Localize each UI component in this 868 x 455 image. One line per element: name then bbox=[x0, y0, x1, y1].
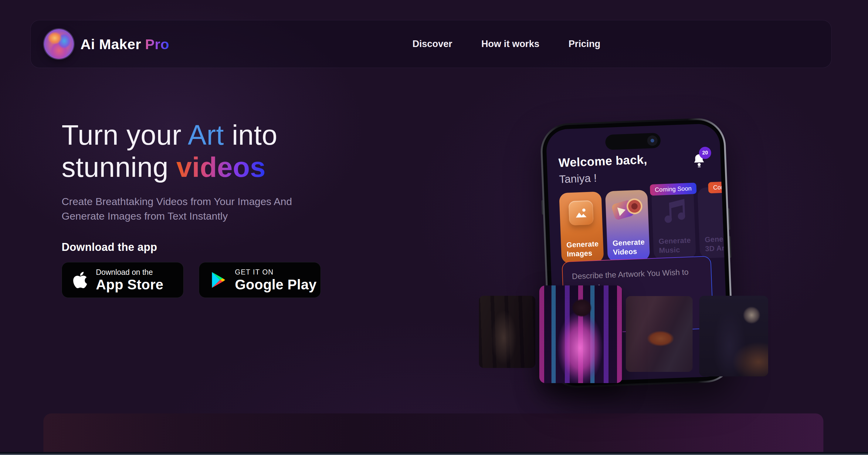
gallery-dim-overlay bbox=[479, 296, 535, 368]
app-store-tagline: Download on the bbox=[96, 267, 163, 277]
coming-soon-badge: Coming Soon bbox=[708, 181, 729, 194]
app-store-name: App Store bbox=[96, 277, 163, 292]
brand-name-accent: Pro bbox=[145, 36, 169, 53]
feature-card-label: Generate Videos bbox=[613, 237, 645, 257]
hero-subtitle-line2: Generate Images from Text Instantly bbox=[62, 209, 426, 223]
store-buttons-row: Download on the App Store GET IT ON Goog… bbox=[62, 262, 426, 298]
google-play-icon bbox=[209, 271, 227, 289]
nav-link-discover[interactable]: Discover bbox=[412, 38, 452, 50]
brand-name: Ai Maker Pro bbox=[81, 36, 169, 53]
bottom-section-panel bbox=[43, 414, 824, 452]
feature-card-label: Generate Images bbox=[566, 239, 599, 259]
music-note-icon bbox=[652, 196, 695, 225]
google-play-tagline: GET IT ON bbox=[235, 267, 316, 277]
generate-images-card: Generate Images bbox=[559, 191, 604, 264]
image-icon bbox=[568, 200, 594, 225]
camera-lens-icon bbox=[647, 135, 658, 146]
apple-icon bbox=[72, 270, 88, 289]
nav-link-how-it-works[interactable]: How it works bbox=[482, 38, 539, 50]
generate-music-card: Coming Soon bbox=[651, 188, 696, 260]
gallery-dim-overlay bbox=[699, 296, 768, 377]
app-store-button[interactable]: Download on the App Store bbox=[62, 262, 184, 298]
gallery-image-pirate-woman-moonlight bbox=[699, 296, 768, 377]
generate-3d-art-card: Coming Soon Generate 3D Art bbox=[698, 186, 729, 258]
landing-page: Ai Maker Pro Discover How it works Prici… bbox=[0, 0, 868, 455]
feature-card-label: Generate 3D Art bbox=[705, 234, 729, 253]
brand-name-primary: Ai Maker bbox=[81, 36, 141, 53]
hero-heading-videos-highlight: videos bbox=[176, 152, 266, 183]
nav-link-pricing[interactable]: Pricing bbox=[568, 38, 600, 50]
google-play-button[interactable]: GET IT ON Google Play bbox=[199, 262, 321, 298]
gallery-image-fantasy-warrior-forest bbox=[479, 296, 535, 368]
hero-heading: Turn your Art into stunning videos bbox=[62, 119, 426, 183]
dynamic-island bbox=[605, 133, 661, 150]
gallery-dim-overlay bbox=[626, 296, 692, 372]
notification-bell: 20 bbox=[692, 153, 707, 169]
hero-subtitle: Create Breathtaking Videos from Your Ima… bbox=[62, 194, 426, 223]
feature-cards-row: Generate Images bbox=[559, 185, 729, 264]
hero-heading-line1: Turn your Art into bbox=[62, 119, 426, 151]
gallery-image-orange-sports-car bbox=[626, 296, 692, 372]
video-camera-icon bbox=[605, 194, 648, 224]
hero-section: Turn your Art into stunning videos Creat… bbox=[62, 119, 426, 298]
notification-badge: 20 bbox=[699, 147, 711, 159]
hero-heading-line2: stunning videos bbox=[62, 151, 426, 183]
download-heading: Download the app bbox=[62, 241, 426, 254]
main-nav: Discover How it works Pricing bbox=[412, 20, 600, 68]
hero-heading-text: Turn your bbox=[62, 120, 182, 151]
hero-heading-text: into bbox=[232, 120, 277, 151]
phone-greeting: Welcome back, bbox=[558, 153, 647, 169]
brand-logo[interactable]: Ai Maker Pro bbox=[44, 20, 169, 68]
gallery-image-neon-city-girl bbox=[539, 286, 622, 383]
hero-heading-text: stunning bbox=[62, 152, 168, 183]
feature-card-label: Generate Music bbox=[659, 236, 691, 255]
bottom-edge-line bbox=[0, 454, 868, 455]
app-store-button-text: Download on the App Store bbox=[96, 267, 163, 292]
coming-soon-badge: Coming Soon bbox=[650, 183, 696, 196]
generate-videos-card: Generate Videos bbox=[605, 190, 650, 262]
hero-subtitle-line1: Create Breathtaking Videos from Your Ima… bbox=[62, 194, 426, 209]
google-play-name: Google Play bbox=[235, 277, 316, 292]
brand-avatar-image bbox=[44, 29, 74, 59]
google-play-button-text: GET IT ON Google Play bbox=[235, 267, 316, 292]
phone-username: Taniya ! bbox=[559, 172, 597, 186]
hero-heading-art-highlight: Art bbox=[188, 120, 224, 151]
header: Ai Maker Pro Discover How it works Prici… bbox=[30, 20, 832, 68]
